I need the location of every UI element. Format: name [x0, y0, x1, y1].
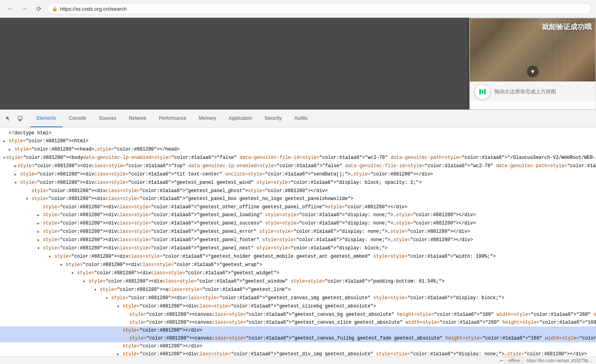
tab-elements[interactable]: Elements [30, 110, 62, 127]
code-content: style="color:#881280"><div [20, 179, 94, 187]
expand-arrow[interactable] [60, 261, 65, 269]
code-line[interactable]: style="color:#881280"><div class=style="… [0, 219, 596, 228]
code-line[interactable]: style="color:#881280"><div class=style="… [0, 228, 596, 236]
code-line[interactable]: style="color:#881280"><div class=style="… [0, 211, 596, 219]
captcha-image: 就能验证成功哦 ▼ [470, 18, 596, 81]
expand-arrow[interactable] [94, 286, 99, 294]
code-content: style="color:#881280"><a [100, 286, 168, 294]
code-content: style="color:#881280"><div [32, 195, 106, 203]
code-line[interactable]: style="color:#881280"><div class=style="… [0, 203, 596, 211]
expand-arrow[interactable] [49, 253, 53, 261]
tab-sources[interactable]: Sources [93, 110, 123, 127]
code-line[interactable]: style="color:#881280"><div class=style="… [0, 244, 596, 253]
code-line[interactable]: style="color:#881280"></div> [0, 342, 596, 350]
expand-arrow[interactable] [9, 145, 13, 154]
code-line[interactable]: style="color:#881280"><div class=style="… [0, 195, 596, 203]
code-line[interactable]: style="color:#881280"><body data-genuite… [0, 154, 596, 162]
code-content: style="color:#881280"><body [6, 154, 83, 162]
code-line[interactable]: style="color:#881280"><div class=style="… [0, 170, 596, 179]
expand-arrow[interactable] [15, 179, 19, 187]
code-line[interactable]: style="color:#881280"><div class=style="… [0, 261, 596, 269]
lock-icon: 🔒 [52, 6, 58, 11]
expand-arrow[interactable] [106, 294, 110, 302]
code-line[interactable]: style="color:#881280"><canvas class=styl… [0, 319, 596, 326]
code-content: style="color:#881280"><div [54, 253, 128, 260]
tab-console[interactable]: Console [62, 110, 93, 127]
code-line[interactable]: style="color:#881280"><div class=style="… [0, 294, 596, 302]
code-line[interactable]: style="color:#881280"><div class=style="… [0, 187, 596, 195]
code-line[interactable]: style="color:#881280"><div class=style="… [0, 277, 596, 286]
refresh-button[interactable]: ⟳ [33, 3, 44, 14]
expand-arrow[interactable] [37, 228, 42, 236]
captcha-slider[interactable]: 拖动左边滑块完成上方拼图 [470, 81, 596, 101]
code-line[interactable]: style="color:#881280"><html> [0, 137, 596, 145]
page-content: 就能验证成功哦 ▼ 拖动左边滑块完成上方拼图 [0, 18, 596, 109]
expand-arrow[interactable] [3, 137, 8, 145]
expand-arrow[interactable] [37, 236, 42, 244]
tab-audits[interactable]: Audits [288, 110, 314, 127]
url-text: https://ss.cods.org.cn/isearch [60, 6, 127, 12]
code-line[interactable]: style="color:#881280"><div class=style="… [0, 253, 596, 261]
devtools-tabs: Elements Console Sources Network Perform… [30, 110, 314, 127]
captcha-text-overlay: 就能验证成功哦 [470, 22, 596, 32]
tab-application[interactable]: Application [222, 110, 258, 127]
code-line[interactable]: style="color:#881280"><canvas class=styl… [0, 334, 596, 342]
captcha-title: 就能验证成功哦 [542, 23, 592, 31]
tab-memory[interactable]: Memory [193, 110, 222, 127]
slider-bar-2 [482, 90, 483, 94]
tab-performance[interactable]: Performance [153, 110, 193, 127]
back-button[interactable]: ← [5, 3, 16, 14]
slider-instruction: 拖动左边滑块完成上方拼图 [494, 88, 556, 95]
expand-arrow[interactable] [3, 154, 5, 162]
code-content: style="color:#881280"><div [43, 211, 117, 219]
code-content: style="color:#881280"></div [123, 342, 199, 350]
status-bar: •• offline https://bo.csdn.net/api_d1927… [0, 356, 596, 364]
code-line[interactable]: style="color:#881280"><div class=style="… [0, 302, 596, 311]
code-content: style="color:#881280"><div [43, 203, 117, 211]
code-content: style="color:#881280"><div [20, 170, 94, 178]
expand-arrow[interactable] [26, 195, 31, 203]
code-content: style="color:#881280"><div [43, 219, 117, 227]
expand-arrow[interactable] [117, 350, 122, 356]
code-content: style="color:#881280"><div [111, 294, 185, 302]
code-content: style="color:#881280"><div [17, 162, 91, 170]
code-line[interactable]: <!doctype html> [0, 129, 596, 137]
code-content: style="color:#881280"></div [123, 326, 199, 334]
device-toggle-button[interactable] [15, 113, 25, 124]
code-line[interactable]: style="color:#881280"><div class=style="… [0, 179, 596, 187]
code-line[interactable]: style="color:#881280"><div class=style="… [0, 236, 596, 244]
captcha-widget: 就能验证成功哦 ▼ 拖动左边滑块完成上方拼图 [469, 18, 596, 109]
tab-network[interactable]: Network [123, 110, 153, 127]
code-line[interactable]: style="color:#881280"><a class=style="co… [0, 286, 596, 294]
code-line[interactable]: style="color:#881280"><div class=style="… [0, 350, 596, 356]
code-line[interactable]: style="color:#881280"></div> [0, 326, 596, 334]
slider-handle[interactable] [475, 84, 490, 100]
arrow-indicator: ▼ [527, 66, 539, 77]
expand-arrow[interactable] [72, 269, 76, 277]
expand-arrow[interactable] [15, 170, 19, 179]
expand-arrow[interactable] [37, 211, 42, 219]
expand-arrow[interactable] [15, 162, 17, 170]
address-bar[interactable]: 🔒 https://ss.cods.org.cn/isearch [47, 3, 591, 14]
devtools-panel: Elements Console Sources Network Perform… [0, 109, 596, 364]
expand-arrow[interactable] [117, 302, 122, 311]
inspect-element-button[interactable] [3, 113, 13, 124]
expand-arrow[interactable] [37, 244, 42, 253]
tab-security[interactable]: Security [258, 110, 288, 127]
code-content: style="color:#881280"><div [43, 244, 117, 252]
expand-arrow[interactable] [83, 277, 88, 286]
code-line[interactable]: style="color:#881280"><head>…style="colo… [0, 145, 596, 154]
code-content: style="color:#881280"><div [66, 261, 140, 269]
code-content: style="color:#881280"><canvas [129, 311, 212, 319]
forward-button[interactable]: → [19, 3, 30, 14]
code-line[interactable]: style="color:#881280"><div class=style="… [0, 269, 596, 277]
code-content: style="color:#881280"><div [89, 277, 163, 285]
expand-arrow[interactable] [37, 219, 42, 228]
code-content: style="color:#881280"><div [43, 236, 117, 244]
code-line[interactable]: style="color:#881280"><div class=style="… [0, 162, 596, 170]
device-icon [17, 116, 23, 121]
code-line[interactable]: style="color:#881280"><canvas class=styl… [0, 311, 596, 319]
code-panel[interactable]: <!doctype html> style="color:#881280"><h… [0, 128, 596, 356]
slider-bar-3 [484, 89, 486, 94]
url-hint: https://bo.csdn.net/api_d19279b... [526, 358, 592, 363]
